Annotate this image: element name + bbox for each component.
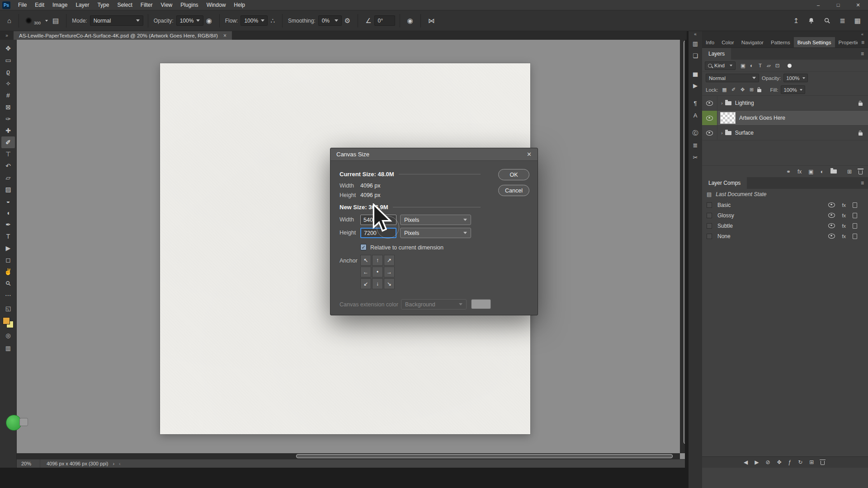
paragraph-panel-icon[interactable]: ¶	[689, 97, 702, 109]
type-tool[interactable]: T	[1, 230, 15, 242]
libraries-panel-icon[interactable]: ▥	[689, 38, 702, 50]
home-icon[interactable]: ⌂	[7, 17, 11, 24]
foreground-color-swatch[interactable]	[3, 317, 10, 324]
layer-row-artwork-goes-here[interactable]: Artwork Goes Here	[702, 111, 868, 126]
vertical-scroll-thumb[interactable]	[684, 41, 685, 444]
anchor-cell-6[interactable]: ↙	[360, 278, 371, 289]
filter-toggle-icon[interactable]	[788, 64, 792, 68]
apply-comp-checkbox[interactable]	[707, 223, 712, 229]
path-selection-tool[interactable]: ▶	[1, 242, 15, 254]
lock-transparency-icon[interactable]: ▦	[721, 85, 728, 94]
anchor-cell-1[interactable]: ↑	[372, 255, 383, 266]
brush-tool[interactable]: ✐	[1, 136, 15, 148]
pressure-size-icon[interactable]: ◉	[407, 17, 413, 25]
last-document-state-row[interactable]: ▤ Last Document State	[702, 189, 868, 200]
zoom-tool[interactable]: ⚲	[1, 277, 15, 289]
smoothing-dropdown[interactable]: 0%	[318, 15, 342, 26]
layer-mask-icon[interactable]: ▣	[808, 169, 813, 175]
frame-tool[interactable]: ⊠	[1, 101, 15, 113]
shape-tool[interactable]: ◻	[1, 254, 15, 266]
lock-pixels-icon[interactable]: ✐	[730, 85, 737, 94]
search-icon[interactable]	[824, 17, 830, 24]
anchor-cell-3[interactable]: ←	[360, 267, 371, 277]
relative-checkbox[interactable]: ✓	[360, 244, 367, 250]
group-expand-chevron[interactable]: ›	[721, 130, 723, 136]
comp-visibility-icon[interactable]	[828, 223, 835, 228]
layer-filter-type-select[interactable]: Kind	[705, 61, 736, 70]
expand-panels-icon[interactable]: »	[0, 31, 14, 40]
comp-visibility-icon[interactable]	[828, 202, 835, 207]
comp-visibility-icon[interactable]	[828, 213, 835, 218]
layer-visibility-toggle[interactable]	[702, 126, 717, 140]
no-sync-icon[interactable]: ⊘	[765, 459, 770, 465]
layer-fill-select[interactable]: 100%	[781, 85, 805, 94]
healing-brush-tool[interactable]: ✚	[1, 125, 15, 136]
layer-comps-tab[interactable]: Layer Comps	[702, 177, 747, 189]
color-swatches[interactable]	[2, 317, 14, 328]
dialog-titlebar[interactable]: Canvas Size ✕	[330, 148, 538, 161]
character-panel-icon[interactable]: A	[689, 109, 702, 122]
anchor-cell-0[interactable]: ↖	[360, 255, 371, 266]
adjustment-layer-icon[interactable]: ◐	[821, 169, 824, 175]
sliders-icon[interactable]: ≣	[840, 17, 845, 25]
comp-row-subtle[interactable]: Subtlefx	[702, 221, 868, 231]
histogram-panel-icon[interactable]: ▅	[689, 67, 702, 80]
delete-layer-icon[interactable]	[859, 170, 863, 174]
layers-panel-tab[interactable]: Layers	[702, 48, 731, 60]
panel-tab-info[interactable]: Info	[702, 37, 718, 47]
eyedropper-tool[interactable]: ✑	[1, 113, 15, 125]
layer-opacity-select[interactable]: 100%	[783, 74, 808, 82]
cancel-button[interactable]: Cancel	[498, 185, 529, 196]
horizontal-scrollbar[interactable]	[17, 453, 680, 459]
actions-panel-icon[interactable]: ▶	[689, 80, 702, 92]
panel-tab-patterns[interactable]: Patterns	[767, 37, 794, 47]
comp-visibility-icon[interactable]	[828, 234, 835, 239]
comp-doc-icon[interactable]	[853, 223, 857, 229]
menu-window[interactable]: Window	[203, 0, 230, 10]
menu-layer[interactable]: Layer	[71, 0, 93, 10]
anchor-cell-7[interactable]: ↓	[372, 278, 383, 289]
relative-label[interactable]: Relative to current dimension	[370, 244, 443, 251]
layer-comps-menu-icon[interactable]: ≡	[861, 180, 868, 186]
airbrush-icon[interactable]: ∴	[270, 17, 275, 25]
quick-mask-icon[interactable]: ◎	[1, 330, 15, 341]
comp-doc-icon[interactable]	[853, 234, 857, 239]
flow-dropdown[interactable]: 100%	[241, 15, 268, 26]
quick-selection-tool[interactable]: ✧	[1, 78, 15, 89]
creative-cloud-panel-icon[interactable]: Ⓒ	[689, 127, 702, 139]
layer-blend-mode-select[interactable]: Normal	[706, 74, 759, 82]
bell-icon[interactable]	[808, 17, 815, 24]
document-close-icon[interactable]: ×	[223, 33, 226, 39]
panel-tab-navigator[interactable]: Navigator	[738, 37, 767, 47]
menu-edit[interactable]: Edit	[31, 0, 48, 10]
apply-comp-checkbox[interactable]	[707, 234, 712, 239]
layer-row-surface[interactable]: ›Surface	[702, 126, 868, 141]
filter-smart-objects-icon[interactable]: ⊡	[773, 61, 782, 70]
snip-panel-icon[interactable]: ✂	[689, 151, 702, 164]
clone-stamp-tool[interactable]: ⊤	[1, 148, 15, 160]
smoothing-gear-icon[interactable]: ⚙	[344, 17, 350, 25]
workspace-icon[interactable]: ▦	[854, 17, 861, 25]
comp-fx-icon[interactable]: fx	[842, 213, 846, 218]
expand-dock-button[interactable]: «	[689, 31, 702, 38]
panel-tab-color[interactable]: Color	[718, 37, 737, 47]
menu-file[interactable]: File	[14, 0, 31, 10]
pen-tool[interactable]: ✒	[1, 219, 15, 230]
filter-pixel-layers-icon[interactable]: ▣	[739, 61, 747, 70]
anchor-cell-8[interactable]: ↘	[384, 278, 395, 289]
delete-comp-icon[interactable]	[821, 461, 825, 465]
anchor-cell-4[interactable]: •	[372, 267, 383, 277]
comp-fx-icon[interactable]: fx	[842, 234, 846, 239]
menu-plugins[interactable]: Plugins	[176, 0, 202, 10]
update-comp-icon[interactable]: ↻	[798, 459, 802, 465]
fx-sync-icon[interactable]: ƒ	[788, 459, 792, 465]
new-group-icon[interactable]	[830, 169, 837, 174]
history-brush-tool[interactable]: ↶	[1, 160, 15, 172]
minimize-button[interactable]: –	[808, 0, 828, 10]
filter-shape-layers-icon[interactable]: ▱	[764, 61, 773, 70]
menu-select[interactable]: Select	[113, 0, 136, 10]
comp-row-none[interactable]: Nonefx	[702, 231, 868, 241]
maximize-button[interactable]: □	[828, 0, 848, 10]
horizontal-scroll-thumb[interactable]	[296, 454, 673, 458]
layer-thumbnail[interactable]	[720, 112, 736, 124]
